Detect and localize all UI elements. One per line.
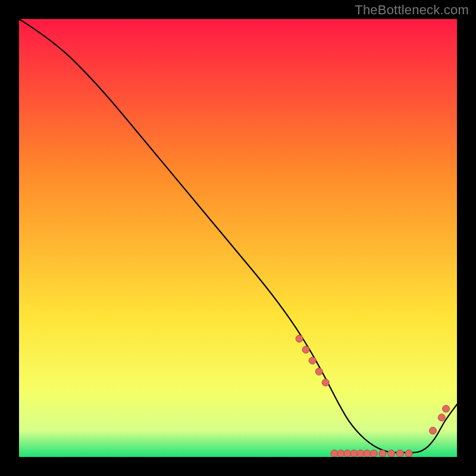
data-marker [309,357,316,364]
data-marker [350,450,358,457]
data-marker [357,450,364,457]
data-marker [337,450,345,457]
chart-stage: TheBottleneck.com [0,0,476,476]
data-marker [388,450,395,457]
data-marker [344,450,351,457]
data-marker [396,450,403,457]
data-marker [430,427,437,434]
data-marker [364,450,371,457]
data-marker [405,450,412,457]
data-marker [443,405,450,412]
watermark-text: TheBottleneck.com [355,2,469,18]
data-marker [315,368,322,375]
data-marker [322,379,329,386]
data-marker [379,450,386,457]
data-marker [296,335,303,342]
bottleneck-curve [19,19,457,453]
data-marker [438,414,445,421]
data-marker [331,450,338,457]
plot-area [19,19,457,457]
data-marker [370,450,377,457]
data-marker [302,346,309,353]
curve-layer [19,19,457,457]
